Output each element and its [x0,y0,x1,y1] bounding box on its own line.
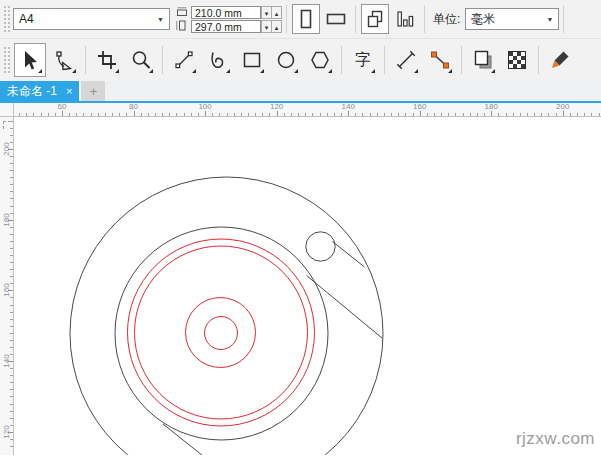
page-height-input[interactable]: 297.0 mm [191,20,261,33]
ruler-label: 100 [198,103,211,111]
curve-icon [207,49,229,71]
tool-polygon[interactable] [304,43,336,77]
ruler-tick [498,113,499,116]
ruler-tick [455,113,456,116]
page-width-input[interactable]: 210.0 mm [191,6,261,19]
pin-hole-circle[interactable] [306,232,335,261]
ruler-tick [284,113,285,116]
ruler-label: 140 [341,103,354,111]
drop-shadow-icon [472,49,494,71]
ruler-tick [141,113,142,116]
page-size-select[interactable]: A4 ▼ [13,8,170,30]
vertical-ruler[interactable]: 200180160140120 [0,117,14,455]
document-tab[interactable]: 未命名 -1 × [0,81,79,101]
text-tool-glyph: 字 [355,52,371,68]
ruler-tick [10,255,13,256]
tool-bezier[interactable] [202,43,234,77]
ruler-tick [341,113,342,116]
tool-ellipse[interactable] [270,43,302,77]
toolbar-grip[interactable] [2,45,10,75]
tool-dimension[interactable] [390,43,422,77]
bottom-tangent-line[interactable] [163,424,203,455]
ruler-tick [10,170,13,171]
ruler-tick [491,111,492,116]
chevron-down-icon: ▼ [546,16,553,23]
divider [286,5,287,33]
tab-close-icon[interactable]: × [66,86,72,97]
inner-rim-circle[interactable] [115,227,328,440]
tool-pick[interactable] [14,43,46,77]
ruler-tick [563,111,564,116]
all-pages-layout-button[interactable] [361,4,389,34]
plus-icon: + [90,84,98,99]
ruler-tick [541,113,542,116]
ruler-tick [384,113,385,116]
new-document-tab-button[interactable]: + [81,81,105,101]
watermark: rjzxw.com [516,429,595,449]
ruler-tick [227,113,228,116]
ruler-tick [534,113,535,116]
bore-circle[interactable] [205,317,238,350]
shape-node-icon [53,49,75,71]
tool-transparency[interactable] [501,43,533,77]
slot-line-upper[interactable] [333,242,365,268]
units-select[interactable]: 毫米 ▼ [465,8,559,30]
divider [162,46,163,74]
ruler-tick [10,404,13,405]
property-bar: A4 ▼ 210.0 mm ▾ ▴ 297.0 mm ▾ ▴ [0,0,601,39]
toolbar-grip[interactable] [2,4,10,34]
tool-crop[interactable] [91,43,123,77]
tool-shape[interactable] [48,43,80,77]
red-ring-outer[interactable] [128,239,315,426]
ruler-tick [591,113,592,116]
ruler-tick [291,113,292,116]
portrait-orientation-button[interactable] [292,4,320,34]
tool-zoom[interactable] [125,43,157,77]
divider [384,46,385,74]
landscape-orientation-button[interactable] [322,4,350,34]
ruler-tick [10,333,13,334]
ruler-tick [348,111,349,116]
coreldraw-window: A4 ▼ 210.0 mm ▾ ▴ 297.0 mm ▾ ▴ [0,0,601,456]
tool-color-eyedropper[interactable] [544,43,576,77]
horizontal-ruler[interactable]: 6080100120140160180200 [14,103,601,117]
ruler-tick [570,113,571,116]
ruler-tick [184,113,185,116]
ruler-tick [10,262,13,263]
ruler-tick [10,326,13,327]
ruler-corner[interactable] [0,103,14,117]
tool-text[interactable]: 字 [347,43,379,77]
drawing-canvas[interactable]: rjzxw.com [14,117,601,455]
toolbox: 字 [0,39,601,81]
hub-circle[interactable] [186,298,256,368]
ruler-tick [520,113,521,116]
divider [85,46,86,74]
page-dimension-icons [176,7,188,31]
tool-drop-shadow[interactable] [467,43,499,77]
ruler-tick [241,113,242,116]
tool-rectangle[interactable] [236,43,268,77]
ruler-tick [10,234,13,235]
slot-line-lower[interactable] [307,276,383,339]
ruler-tick [198,113,199,116]
page-size-value: A4 [19,12,34,26]
ruler-tick [10,163,13,164]
ruler-tick [470,113,471,116]
ruler-tick [577,113,578,116]
ruler-tick [441,113,442,116]
drawing-svg [14,117,601,455]
ruler-tick [162,113,163,116]
portrait-icon [295,8,317,30]
ruler-tick [55,113,56,116]
ruler-tick [527,113,528,116]
current-page-layout-button[interactable] [391,4,419,34]
ruler-tick [98,113,99,116]
tool-connector[interactable] [424,43,456,77]
ruler-label: 80 [129,103,138,111]
page-width-increase-button[interactable]: ▴ [271,6,282,19]
ruler-tick [305,113,306,116]
ruler-tick [420,111,421,116]
red-ring-inner[interactable] [135,246,308,419]
tool-freehand[interactable] [168,43,200,77]
page-height-increase-button[interactable]: ▴ [271,20,282,33]
